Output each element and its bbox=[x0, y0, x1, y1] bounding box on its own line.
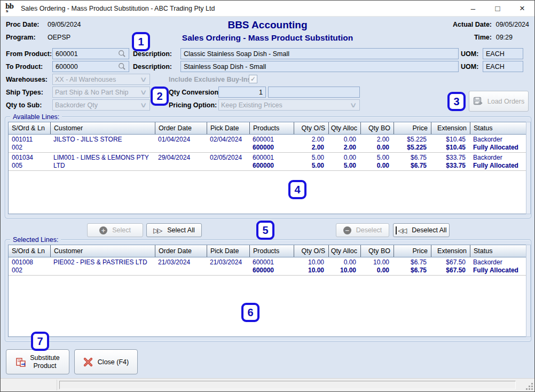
col-extension[interactable]: Extension bbox=[431, 245, 470, 257]
resize-grip[interactable] bbox=[526, 383, 533, 390]
from-product-value: 600001 bbox=[56, 50, 118, 58]
col-products[interactable]: Products bbox=[249, 245, 294, 257]
include-exclusive-checkbox[interactable]: ✓ bbox=[249, 75, 257, 83]
table-row[interactable]: 001011002 JILSTO - JILL'S STORE 01/04/20… bbox=[9, 135, 526, 153]
order-date: 29/04/2024 bbox=[158, 154, 203, 162]
ship-types-label: Ship Types: bbox=[6, 89, 43, 96]
app-window: bb s Sales Ordering - Mass Product Subst… bbox=[0, 0, 535, 392]
warehouses-label: Warehouses: bbox=[6, 76, 48, 83]
chevron-down-icon: ∨ bbox=[140, 77, 147, 82]
search-icon[interactable] bbox=[118, 62, 126, 70]
col-qty-alloc[interactable]: Qty Alloc bbox=[328, 122, 360, 134]
col-qty-os[interactable]: Qty O/S bbox=[294, 245, 328, 257]
customer-2 bbox=[53, 144, 152, 152]
search-icon[interactable] bbox=[118, 50, 126, 58]
to-uom-value: EACH bbox=[486, 63, 505, 70]
qty-conversion-input[interactable]: 1 bbox=[218, 87, 266, 98]
screen-title: Sales Ordering - Mass Product Substituti… bbox=[1, 33, 534, 43]
col-sord-ln[interactable]: S/Ord & Ln bbox=[9, 245, 50, 257]
available-lines-group-label: Available Lines: bbox=[10, 113, 62, 121]
col-status[interactable]: Status bbox=[470, 245, 526, 257]
substitute-product-button[interactable]: Substitute Product bbox=[6, 349, 69, 374]
ord-line: 002 bbox=[12, 266, 47, 275]
selected-lines-group-label: Selected Lines: bbox=[10, 236, 61, 244]
col-qty-alloc[interactable]: Qty Alloc bbox=[328, 245, 360, 257]
status-divider bbox=[57, 380, 57, 390]
pricing-option-dropdown[interactable]: Keep Existing Prices ∨ bbox=[218, 99, 360, 111]
from-uom-input[interactable]: EACH bbox=[483, 48, 523, 59]
col-price[interactable]: Price bbox=[394, 122, 431, 134]
pick-date: 02/04/2024 bbox=[210, 136, 246, 144]
pricing-option-label: Pricing Option: bbox=[169, 101, 217, 109]
table-row[interactable]: 001034005 LIM001 - LIMES & LEMONS PTYLTD… bbox=[9, 153, 526, 171]
qty-conversion-label: Qty Conversion: bbox=[169, 89, 221, 96]
close-window-icon[interactable]: × bbox=[510, 1, 534, 16]
close-button[interactable]: Close (F4) bbox=[74, 349, 138, 374]
qty-os: 2.00 bbox=[297, 136, 324, 144]
extension: $33.75 bbox=[434, 154, 466, 162]
to-uom-input[interactable]: EACH bbox=[483, 61, 523, 72]
available-table-scrollbar[interactable] bbox=[526, 122, 531, 214]
qty-to-sub-dropdown[interactable]: Backorder Qty ∨ bbox=[52, 99, 150, 111]
select-all-icon: ▷▷ bbox=[153, 226, 162, 234]
substitute-label-2: Product bbox=[30, 362, 60, 370]
col-qty-os[interactable]: Qty O/S bbox=[294, 122, 328, 134]
qty-bo: 2.00 bbox=[364, 136, 389, 144]
price: $5.225 bbox=[397, 136, 427, 144]
col-pick-date[interactable]: Pick Date bbox=[207, 245, 249, 257]
price: $6.75 bbox=[397, 258, 427, 266]
ord-no: 001011 bbox=[12, 136, 47, 144]
substitute-label-1: Substitute bbox=[30, 354, 60, 362]
col-order-date[interactable]: Order Date bbox=[155, 122, 207, 134]
select-all-button[interactable]: ▷▷ Select All bbox=[146, 223, 202, 237]
available-lines-table: S/Ord & Ln Customer Order Date Pick Date… bbox=[8, 122, 526, 214]
col-price[interactable]: Price bbox=[394, 245, 431, 257]
ship-types-value: Part Ship & No Part Ship bbox=[55, 89, 129, 96]
load-orders-button[interactable]: Load Orders bbox=[469, 91, 529, 112]
minimize-icon[interactable]: – bbox=[461, 1, 485, 16]
from-description-value: Classic Stainless Soap Dish - Small bbox=[184, 50, 289, 58]
ord-line: 005 bbox=[12, 162, 47, 170]
selected-table-scrollbar[interactable] bbox=[526, 245, 531, 337]
qty-bo: 5.00 bbox=[364, 154, 389, 162]
product-to: 600000 bbox=[253, 162, 290, 170]
maximize-icon[interactable]: □ bbox=[485, 1, 510, 16]
to-uom-label: UOM: bbox=[461, 63, 478, 70]
selected-lines-table: S/Ord & Ln Customer Order Date Pick Date… bbox=[8, 245, 526, 337]
to-product-input[interactable]: 600000 bbox=[52, 61, 129, 72]
qty-bo: 10.00 bbox=[364, 258, 389, 266]
qty-alloc: 0.00 bbox=[332, 258, 356, 266]
qty-conversion-secondary-input[interactable] bbox=[268, 87, 360, 98]
col-customer[interactable]: Customer bbox=[50, 122, 155, 134]
col-extension[interactable]: Extension bbox=[431, 122, 470, 134]
close-icon bbox=[83, 357, 93, 367]
col-customer[interactable]: Customer bbox=[50, 245, 155, 257]
available-table-header: S/Ord & Ln Customer Order Date Pick Date… bbox=[9, 122, 526, 135]
col-products[interactable]: Products bbox=[249, 122, 294, 134]
from-product-input[interactable]: 600001 bbox=[52, 48, 129, 59]
table-row[interactable]: 001008002 PIE002 - PIES & PASTRIES LTD 2… bbox=[9, 257, 526, 276]
deselect-all-icon: ◁◁ bbox=[396, 226, 407, 234]
extension: $10.45 bbox=[434, 136, 466, 144]
col-qty-bo[interactable]: Qty BO bbox=[360, 122, 394, 134]
from-product-label: From Product: bbox=[6, 50, 52, 58]
to-description-input[interactable]: Stainless Soap Dish - Small bbox=[180, 61, 459, 72]
col-order-date[interactable]: Order Date bbox=[155, 245, 207, 257]
warehouses-dropdown[interactable]: XX - All Warehouses ∨ bbox=[52, 74, 150, 85]
select-button[interactable]: + Select bbox=[87, 223, 143, 237]
col-qty-bo[interactable]: Qty BO bbox=[360, 245, 394, 257]
callout-6: 6 bbox=[241, 303, 259, 322]
ship-types-dropdown[interactable]: Part Ship & No Part Ship ∨ bbox=[52, 87, 150, 98]
callout-5: 5 bbox=[256, 221, 274, 240]
qty-conversion-value: 1 bbox=[259, 89, 263, 96]
status-bar bbox=[1, 378, 534, 391]
from-description-input[interactable]: Classic Stainless Soap Dish - Small bbox=[180, 48, 459, 59]
col-status[interactable]: Status bbox=[470, 122, 526, 134]
extension: $67.50 bbox=[434, 258, 466, 266]
deselect-button[interactable]: − Deselect bbox=[336, 223, 389, 237]
col-sord-ln[interactable]: S/Ord & Ln bbox=[9, 122, 50, 134]
deselect-all-button[interactable]: ◁◁ Deselect All bbox=[393, 223, 450, 237]
pricing-option-value: Keep Existing Prices bbox=[221, 101, 282, 109]
chevron-down-icon: ∨ bbox=[140, 103, 147, 108]
col-pick-date[interactable]: Pick Date bbox=[207, 122, 249, 134]
